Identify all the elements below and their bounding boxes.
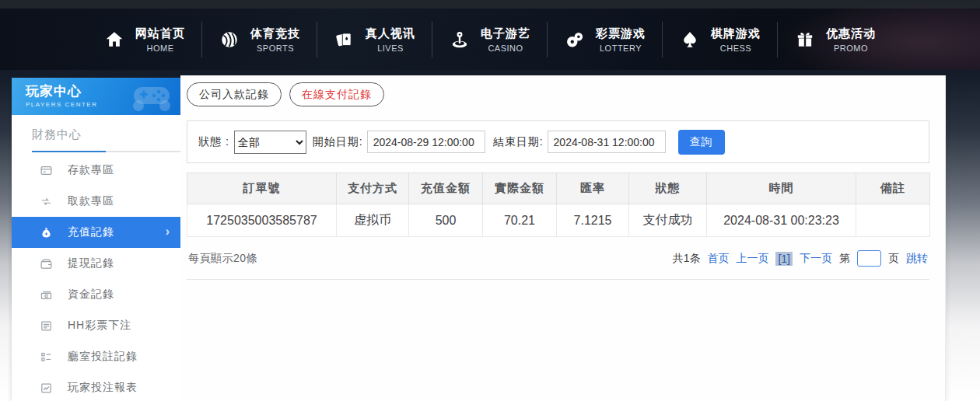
nav-item-home[interactable]: 网站首页 HOME: [87, 26, 201, 53]
col-time: 時間: [707, 173, 856, 204]
money-bag-icon: [40, 225, 54, 239]
start-date-input[interactable]: [367, 131, 485, 153]
nav-item-lottery[interactable]: 彩票游戏 LOTTERY: [548, 26, 662, 53]
nav-label-en: CHESS: [720, 44, 751, 53]
cell-exchange-rate: 7.1215: [557, 204, 629, 237]
nav-label-en: SPORTS: [257, 44, 294, 53]
page-number-input[interactable]: [857, 250, 881, 267]
first-page-link[interactable]: 首页: [707, 252, 729, 266]
nav-label-en: CASINO: [488, 44, 523, 53]
prev-page-link[interactable]: 上一页: [736, 252, 768, 266]
spade-icon: [679, 29, 701, 51]
main-content: 公司入款記錄 在線支付記錄 狀態 : 全部 開始日期: 結束日期: 查詢 訂單號…: [180, 75, 946, 401]
col-recharge-amount: 充值金額: [409, 173, 483, 204]
sidebar-header: 玩家中心 PLAYERS CENTER: [12, 78, 180, 115]
sidebar-item-label: HH彩票下注: [68, 319, 131, 333]
status-label: 狀態 :: [198, 135, 229, 149]
deposit-card-icon: [40, 163, 54, 177]
total-count-text: 共1条: [673, 252, 701, 266]
sidebar-item-label: 資金記錄: [68, 288, 114, 302]
sidebar-item-withdrawal-records[interactable]: 提現記錄: [12, 248, 180, 279]
sports-ball-icon: [219, 29, 240, 51]
pagination-bar: 每頁顯示20條 共1条 首页 上一页 [1] 下一页 第 页 跳转: [187, 247, 929, 280]
jump-suffix-text: 页: [888, 252, 899, 266]
nav-item-sports[interactable]: 体育竞技 SPORTS: [202, 26, 317, 53]
col-actual-amount: 實際金額: [483, 173, 557, 204]
gamepad-icon: [129, 81, 174, 115]
pagination-controls: 共1条 首页 上一页 [1] 下一页 第 页 跳转: [673, 250, 928, 267]
sidebar-item-hh-lottery-bets[interactable]: HH彩票下注: [12, 310, 180, 341]
search-button[interactable]: 查詢: [678, 130, 725, 155]
banknote-icon: [40, 288, 54, 302]
tab-company-deposit-records[interactable]: 公司入款記錄: [187, 82, 282, 106]
table-header-row: 訂單號 支付方式 充值金額 實際金額 匯率 狀態 時間 備註: [187, 173, 930, 204]
home-icon: [103, 29, 125, 51]
section-divider: [32, 151, 180, 152]
tab-online-payment-records[interactable]: 在線支付記錄: [289, 82, 384, 106]
sidebar-item-recharge-records[interactable]: 充值記錄 ›: [12, 217, 180, 248]
current-page-indicator: [1]: [775, 252, 793, 266]
recharge-records-table: 訂單號 支付方式 充值金額 實際金額 匯率 狀態 時間 備註 172503500…: [187, 173, 930, 237]
end-date-input[interactable]: [548, 131, 666, 153]
nav-label-zh: 真人视讯: [366, 26, 415, 41]
nav-label-zh: 彩票游戏: [596, 26, 646, 41]
nav-label-zh: 网站首页: [135, 26, 185, 41]
nav-label-en: LIVES: [377, 44, 404, 53]
gift-icon: [794, 29, 816, 51]
filter-bar: 狀態 : 全部 開始日期: 結束日期: 查詢: [187, 120, 929, 163]
sidebar-item-label: 存款專區: [68, 163, 114, 177]
cell-time: 2024-08-31 00:23:23: [707, 204, 856, 237]
cell-remark: [856, 204, 930, 237]
start-date-label: 開始日期:: [313, 135, 363, 149]
sidebar-item-withdraw-zone[interactable]: 取款專區: [12, 186, 180, 217]
per-page-text: 每頁顯示20條: [188, 252, 257, 266]
jump-prefix-text: 第: [839, 252, 850, 266]
end-date-label: 結束日期:: [493, 135, 544, 149]
jump-link[interactable]: 跳转: [906, 252, 928, 266]
next-page-link[interactable]: 下一页: [800, 252, 832, 266]
sidebar-item-funds-records[interactable]: 資金記錄: [12, 279, 180, 310]
sidebar-item-label: 玩家投注報表: [68, 381, 138, 395]
col-order-number: 訂單號: [187, 173, 337, 204]
cell-order-number: 1725035003585787: [187, 204, 337, 237]
list-document-icon: [40, 319, 54, 333]
nav-item-lives[interactable]: 真人视讯 LIVES: [317, 26, 432, 53]
checklist-icon: [40, 350, 54, 364]
sidebar-item-label: 廳室投註記錄: [68, 350, 138, 364]
status-select[interactable]: 全部: [234, 131, 306, 154]
navbar-top-strip: [0, 0, 980, 9]
sidebar-menu: 存款專區 取款專區 充值記錄 › 提現記錄 資金記錄: [12, 155, 180, 401]
sidebar-item-hall-bet-records[interactable]: 廳室投註記錄: [12, 341, 180, 372]
nav-label-en: PROMO: [834, 44, 868, 53]
col-exchange-rate: 匯率: [557, 173, 629, 204]
main-nav: 网站首页 HOME 体育竞技 SPORTS 真人视讯 LIVES: [87, 9, 892, 70]
table-row: 1725035003585787 虚拟币 500 70.21 7.1215 支付…: [187, 204, 930, 237]
sidebar-item-label: 提現記錄: [68, 256, 114, 270]
hand-money-icon: [40, 194, 54, 208]
lottery-balls-icon: [564, 29, 586, 51]
nav-item-casino[interactable]: 电子游艺 CASINO: [432, 26, 547, 53]
col-status: 狀態: [629, 173, 707, 204]
cell-actual-amount: 70.21: [483, 204, 557, 237]
col-payment-method: 支付方式: [337, 173, 409, 204]
nav-item-promo[interactable]: 优惠活动 PROMO: [778, 26, 892, 53]
cell-status: 支付成功: [629, 204, 707, 237]
chart-report-icon: [40, 381, 54, 395]
cell-recharge-amount: 500: [409, 204, 483, 237]
nav-label-zh: 体育竞技: [250, 26, 300, 41]
joystick-icon: [449, 29, 471, 51]
wallet-icon: [40, 256, 54, 270]
nav-label-en: HOME: [147, 44, 174, 53]
playing-cards-icon: [334, 29, 355, 51]
sidebar-item-deposit-zone[interactable]: 存款專區: [12, 155, 180, 186]
nav-label-zh: 优惠活动: [826, 26, 876, 41]
top-navbar: 网站首页 HOME 体育竞技 SPORTS 真人视讯 LIVES: [0, 0, 980, 70]
sidebar-item-label: 取款專區: [68, 194, 114, 208]
chevron-right-icon: ›: [166, 225, 170, 239]
cell-payment-method: 虚拟币: [337, 204, 409, 237]
nav-item-chess[interactable]: 棋牌游戏 CHESS: [663, 26, 777, 53]
record-tabs: 公司入款記錄 在線支付記錄: [187, 82, 945, 106]
sidebar-item-player-bet-report[interactable]: 玩家投注報表: [12, 372, 180, 401]
sidebar-section-title: 財務中心: [12, 115, 180, 151]
nav-label-en: LOTTERY: [600, 44, 642, 53]
